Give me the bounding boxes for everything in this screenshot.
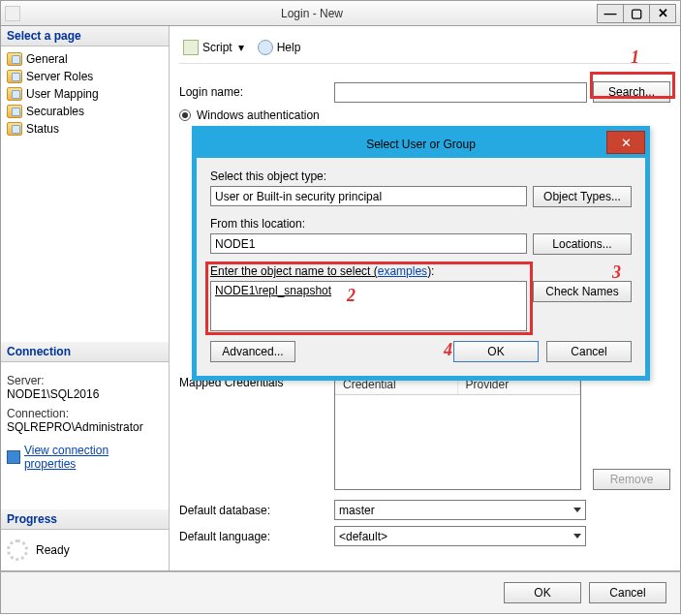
progress-block: Ready [1, 530, 169, 570]
dialog-cancel-button[interactable]: Cancel [546, 341, 632, 362]
annotation-1: 1 [631, 47, 639, 68]
search-button[interactable]: Search... [593, 81, 670, 103]
connection-value: SQLREPRO\Administrator [7, 420, 163, 434]
help-label: Help [277, 41, 301, 54]
chevron-down-icon: ▾ [236, 41, 246, 54]
chevron-down-icon [573, 508, 581, 512]
object-type-value: User or Built-in security principal [215, 190, 382, 203]
page-icon [7, 52, 22, 66]
default-language-select[interactable]: <default> [334, 526, 586, 546]
default-language-label: Default language: [179, 530, 334, 543]
spinner-icon [7, 539, 28, 561]
location-value: NODE1 [215, 237, 255, 251]
help-button[interactable]: Help [254, 38, 305, 57]
windows-auth-label: Windows authentication [197, 108, 320, 122]
server-value: NODE1\SQL2016 [7, 387, 163, 401]
app-icon [5, 6, 20, 21]
location-label: From this location: [210, 217, 632, 231]
cancel-button[interactable]: Cancel [589, 582, 666, 603]
page-label: Status [26, 122, 59, 136]
connection-label: Connection: [7, 407, 163, 420]
page-label: General [26, 52, 68, 66]
location-field: NODE1 [210, 233, 527, 254]
default-database-label: Default database: [179, 504, 334, 517]
script-label: Script [202, 41, 232, 54]
view-connection-properties-link[interactable]: View connection properties [7, 444, 163, 471]
dialog-title-text: Select User or Group [366, 138, 476, 151]
minimize-button[interactable]: — [597, 4, 624, 23]
help-icon [258, 40, 273, 55]
page-list: General Server Roles User Mapping Secura… [1, 46, 169, 141]
connection-block: Server: NODE1\SQL2016 Connection: SQLREP… [1, 362, 169, 480]
dialog-ok-button[interactable]: OK [453, 341, 539, 362]
properties-icon [7, 450, 20, 464]
object-type-label: Select this object type: [210, 169, 632, 183]
annotation-4: 4 [444, 340, 452, 360]
page-item-user-mapping[interactable]: User Mapping [7, 85, 169, 103]
mapped-credentials-label: Mapped Credentials [179, 374, 334, 490]
link-label: View connection properties [24, 444, 163, 471]
page-item-securables[interactable]: Securables [7, 103, 169, 120]
enter-name-label: Enter the object name to select (example… [210, 264, 632, 278]
dialog-close-button[interactable]: ✕ [606, 131, 645, 154]
credentials-grid[interactable]: Credential Provider [334, 374, 581, 490]
check-names-button[interactable]: Check Names [533, 281, 632, 302]
script-icon [183, 40, 199, 55]
connection-header: Connection [1, 342, 169, 362]
page-icon [7, 105, 22, 118]
dialog-footer: OK Cancel [0, 571, 681, 614]
page-label: Server Roles [26, 70, 93, 83]
page-label: User Mapping [26, 87, 99, 101]
login-name-input[interactable] [334, 82, 587, 103]
page-icon [7, 87, 22, 101]
windows-auth-radio[interactable]: Windows authentication [179, 108, 670, 122]
page-icon [7, 70, 22, 83]
dialog-title: Select User or Group ✕ [197, 131, 645, 158]
chevron-down-icon [573, 534, 581, 539]
close-button[interactable]: ✕ [649, 4, 676, 23]
progress-header: Progress [1, 509, 169, 530]
default-language-value: <default> [339, 530, 387, 543]
object-type-field: User or Built-in security principal [210, 186, 527, 206]
page-icon [7, 122, 22, 136]
default-database-select[interactable]: master [334, 500, 586, 520]
ok-button[interactable]: OK [504, 582, 581, 603]
page-label: Securables [26, 105, 84, 118]
select-user-dialog: Select User or Group ✕ Select this objec… [192, 126, 650, 381]
object-name-input[interactable]: NODE1\repl_snapshot [210, 281, 527, 331]
object-name-value: NODE1\repl_snapshot [215, 284, 331, 297]
maximize-button[interactable]: ▢ [623, 4, 650, 23]
select-page-header: Select a page [1, 26, 169, 46]
left-panel: Select a page General Server Roles User … [1, 26, 170, 570]
script-button[interactable]: Script ▾ [179, 38, 250, 57]
server-label: Server: [7, 374, 163, 387]
page-item-status[interactable]: Status [7, 120, 169, 138]
page-item-server-roles[interactable]: Server Roles [7, 68, 169, 85]
window-title: Login - New [26, 7, 598, 20]
progress-status: Ready [36, 543, 70, 557]
toolbar: Script ▾ Help [179, 32, 670, 64]
page-item-general[interactable]: General [7, 50, 169, 68]
annotation-2: 2 [347, 286, 356, 306]
advanced-button[interactable]: Advanced... [210, 341, 295, 362]
remove-button[interactable]: Remove [593, 469, 670, 490]
radio-icon [179, 109, 191, 121]
annotation-3: 3 [612, 262, 621, 283]
default-database-value: master [339, 504, 375, 517]
login-name-label: Login name: [179, 85, 334, 99]
examples-link[interactable]: examples [378, 264, 427, 278]
object-types-button[interactable]: Object Types... [533, 186, 632, 207]
locations-button[interactable]: Locations... [533, 233, 632, 255]
titlebar: Login - New — ▢ ✕ [0, 0, 681, 26]
